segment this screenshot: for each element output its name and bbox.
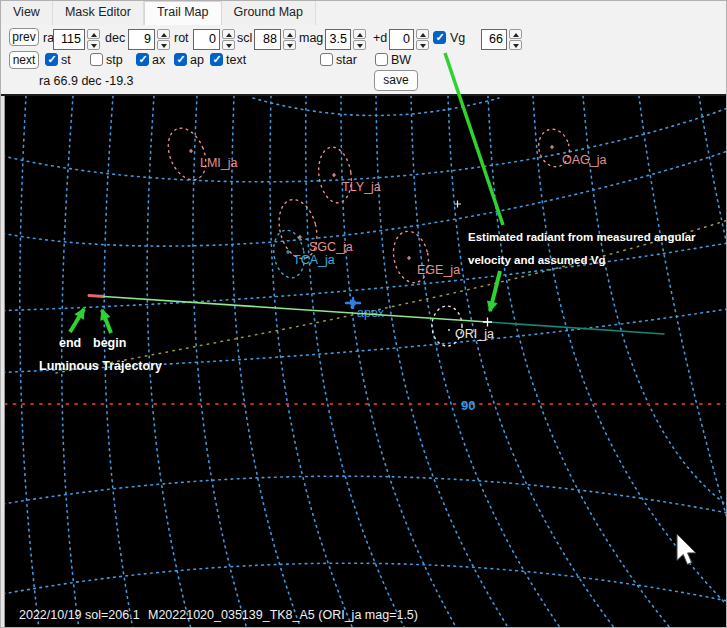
next-button[interactable]: next [9,51,39,69]
st-checkbox[interactable] [45,53,58,66]
vg-stepper[interactable] [509,29,522,50]
plus-d-up-icon[interactable] [416,29,429,39]
radiant-ellipse-lmi [161,123,213,186]
rot-up-icon[interactable] [222,29,235,39]
text-checkbox[interactable] [210,53,223,66]
ax-checkbox[interactable] [136,53,149,66]
trajectory-red-segment [89,296,104,297]
text-label: text [226,53,246,67]
tab-trail-map[interactable]: Trail Map [144,1,222,25]
app-window: View Mask Editor Trail Map Ground Map pr… [0,0,727,628]
star-checkbox[interactable] [320,53,333,66]
plus-d-down-icon[interactable] [416,40,429,50]
dec-input[interactable]: 9 [128,29,155,50]
vg-label: Vg [450,31,465,45]
bw-checkbox[interactable] [375,53,388,66]
plus-d-stepper[interactable] [416,29,429,50]
mag-up-icon[interactable] [353,29,366,39]
trajectory-teal-line [488,322,664,334]
radiant-ellipse-ege [389,228,433,286]
mag-stepper[interactable] [353,29,366,50]
label-lmi: LMI_ja [200,156,238,170]
stp-label: stp [106,53,123,67]
dec-down-icon[interactable] [157,40,170,50]
vg-up-icon[interactable] [509,29,522,39]
window-left-border [1,96,5,628]
dec-label: dec [105,31,125,45]
luminous-trajectory-label: Luminous Trajectory [39,359,162,373]
label-tly: TLY_ja [342,180,381,194]
ra-stepper[interactable] [87,29,100,50]
apex-marker: apex [346,298,385,320]
plus-d-input[interactable]: 0 [389,29,414,50]
dec-up-icon[interactable] [157,29,170,39]
label-ege: EGE_ja [417,263,460,277]
radiant-cross [483,318,492,327]
ra-input[interactable]: 115 [53,29,85,50]
rot-label: rot [174,31,189,45]
dec-stepper[interactable] [157,29,170,50]
bw-label: BW [391,53,411,67]
label-tca: TCA_ja [293,253,335,267]
coordinate-readout: ra 66.9 dec -19.3 [39,74,134,88]
mag-input[interactable]: 3.5 [325,29,351,50]
sky-map-svg: 90 [1,96,727,628]
trajectory-green-line [104,297,488,323]
azimuth-label: 90 [461,398,475,413]
ra-up-icon[interactable] [87,29,100,39]
rot-down-icon[interactable] [222,40,235,50]
mag-label: mag [299,31,323,45]
status-bar: 2022/10/19 sol=206.1 M20221020_035139_TK… [19,608,418,622]
trajectory [89,296,664,335]
trail-map-canvas[interactable]: 90 [1,96,727,628]
mag-down-icon[interactable] [353,40,366,50]
star-label: star [336,53,357,67]
star-cross [454,201,461,208]
label-ori: ORI_ja [455,327,494,341]
prev-button[interactable]: prev [9,28,39,46]
scl-label: scl [237,31,252,45]
vg-down-icon[interactable] [509,40,522,50]
status-clip-name: M20221020_035139_TK8_A5 (ORI_ja mag=1.5) [148,608,418,622]
st-label: st [61,53,71,67]
toolbar: prev ra 115 dec 9 rot 0 scl 88 mag 3.5 +… [1,25,727,94]
ap-label: ap [190,53,204,67]
ra-down-icon[interactable] [87,40,100,50]
scl-input[interactable]: 88 [254,29,281,50]
radiant-annotation-line1: Estimated radiant from measured angular [468,231,696,243]
end-label: end [59,336,81,350]
save-button[interactable]: save [374,70,418,91]
begin-label: begin [93,336,126,350]
plus-d-label: +d [373,31,387,45]
vg-checkbox[interactable] [433,31,446,44]
scl-up-icon[interactable] [283,29,296,39]
stp-checkbox[interactable] [90,53,103,66]
label-sgc: SGC_ja [309,240,353,254]
rot-stepper[interactable] [222,29,235,50]
radiant-annotation-line2: velocity and assumed Vg [468,254,605,266]
vg-input[interactable]: 66 [481,29,507,50]
tab-view[interactable]: View [1,1,53,25]
scl-stepper[interactable] [283,29,296,50]
tab-bar: View Mask Editor Trail Map Ground Map [1,1,727,25]
tab-mask-editor[interactable]: Mask Editor [53,1,144,25]
ap-checkbox[interactable] [174,53,187,66]
label-oag: OAG_ja [562,153,607,167]
ax-label: ax [152,53,165,67]
tab-ground-map[interactable]: Ground Map [222,1,316,25]
rot-input[interactable]: 0 [193,29,220,50]
scl-down-icon[interactable] [283,40,296,50]
map-annotations: end begin Luminous Trajectory Estimated … [39,231,696,373]
status-date-sol: 2022/10/19 sol=206.1 [19,608,140,622]
